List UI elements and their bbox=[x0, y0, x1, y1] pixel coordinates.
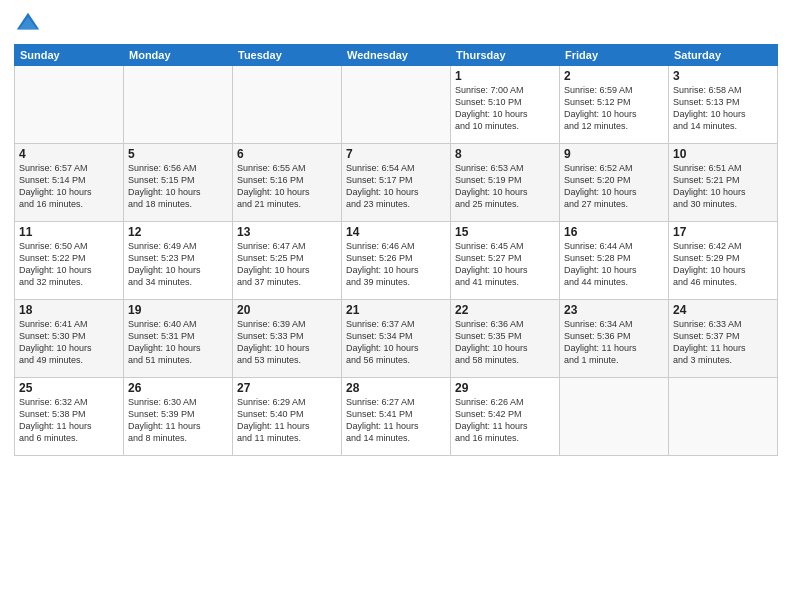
calendar-cell: 3Sunrise: 6:58 AMSunset: 5:13 PMDaylight… bbox=[669, 66, 778, 144]
calendar-cell: 5Sunrise: 6:56 AMSunset: 5:15 PMDaylight… bbox=[124, 144, 233, 222]
day-info: Sunrise: 6:27 AMSunset: 5:41 PMDaylight:… bbox=[346, 396, 446, 445]
calendar-cell: 11Sunrise: 6:50 AMSunset: 5:22 PMDayligh… bbox=[15, 222, 124, 300]
day-number: 10 bbox=[673, 147, 773, 161]
day-header-tuesday: Tuesday bbox=[233, 45, 342, 66]
calendar-cell: 2Sunrise: 6:59 AMSunset: 5:12 PMDaylight… bbox=[560, 66, 669, 144]
calendar-cell: 26Sunrise: 6:30 AMSunset: 5:39 PMDayligh… bbox=[124, 378, 233, 456]
day-number: 18 bbox=[19, 303, 119, 317]
day-info: Sunrise: 6:59 AMSunset: 5:12 PMDaylight:… bbox=[564, 84, 664, 133]
day-number: 11 bbox=[19, 225, 119, 239]
calendar-cell: 7Sunrise: 6:54 AMSunset: 5:17 PMDaylight… bbox=[342, 144, 451, 222]
day-info: Sunrise: 6:41 AMSunset: 5:30 PMDaylight:… bbox=[19, 318, 119, 367]
calendar-cell: 16Sunrise: 6:44 AMSunset: 5:28 PMDayligh… bbox=[560, 222, 669, 300]
calendar-cell: 21Sunrise: 6:37 AMSunset: 5:34 PMDayligh… bbox=[342, 300, 451, 378]
day-header-saturday: Saturday bbox=[669, 45, 778, 66]
day-number: 16 bbox=[564, 225, 664, 239]
calendar-cell: 14Sunrise: 6:46 AMSunset: 5:26 PMDayligh… bbox=[342, 222, 451, 300]
day-number: 3 bbox=[673, 69, 773, 83]
calendar-cell: 19Sunrise: 6:40 AMSunset: 5:31 PMDayligh… bbox=[124, 300, 233, 378]
day-number: 12 bbox=[128, 225, 228, 239]
day-info: Sunrise: 6:42 AMSunset: 5:29 PMDaylight:… bbox=[673, 240, 773, 289]
calendar-cell: 1Sunrise: 7:00 AMSunset: 5:10 PMDaylight… bbox=[451, 66, 560, 144]
day-info: Sunrise: 6:44 AMSunset: 5:28 PMDaylight:… bbox=[564, 240, 664, 289]
day-info: Sunrise: 6:56 AMSunset: 5:15 PMDaylight:… bbox=[128, 162, 228, 211]
day-info: Sunrise: 6:39 AMSunset: 5:33 PMDaylight:… bbox=[237, 318, 337, 367]
day-info: Sunrise: 6:36 AMSunset: 5:35 PMDaylight:… bbox=[455, 318, 555, 367]
day-number: 9 bbox=[564, 147, 664, 161]
calendar-cell: 9Sunrise: 6:52 AMSunset: 5:20 PMDaylight… bbox=[560, 144, 669, 222]
day-info: Sunrise: 6:50 AMSunset: 5:22 PMDaylight:… bbox=[19, 240, 119, 289]
calendar-cell: 29Sunrise: 6:26 AMSunset: 5:42 PMDayligh… bbox=[451, 378, 560, 456]
header bbox=[14, 10, 778, 38]
calendar-cell: 18Sunrise: 6:41 AMSunset: 5:30 PMDayligh… bbox=[15, 300, 124, 378]
day-number: 22 bbox=[455, 303, 555, 317]
calendar-week-2: 4Sunrise: 6:57 AMSunset: 5:14 PMDaylight… bbox=[15, 144, 778, 222]
day-number: 26 bbox=[128, 381, 228, 395]
calendar-cell: 27Sunrise: 6:29 AMSunset: 5:40 PMDayligh… bbox=[233, 378, 342, 456]
calendar-cell: 23Sunrise: 6:34 AMSunset: 5:36 PMDayligh… bbox=[560, 300, 669, 378]
logo bbox=[14, 10, 46, 38]
calendar-cell: 8Sunrise: 6:53 AMSunset: 5:19 PMDaylight… bbox=[451, 144, 560, 222]
calendar-cell: 20Sunrise: 6:39 AMSunset: 5:33 PMDayligh… bbox=[233, 300, 342, 378]
calendar-cell bbox=[560, 378, 669, 456]
calendar-week-5: 25Sunrise: 6:32 AMSunset: 5:38 PMDayligh… bbox=[15, 378, 778, 456]
day-info: Sunrise: 7:00 AMSunset: 5:10 PMDaylight:… bbox=[455, 84, 555, 133]
logo-icon bbox=[14, 10, 42, 38]
day-number: 20 bbox=[237, 303, 337, 317]
day-number: 6 bbox=[237, 147, 337, 161]
calendar-cell: 17Sunrise: 6:42 AMSunset: 5:29 PMDayligh… bbox=[669, 222, 778, 300]
calendar-cell: 28Sunrise: 6:27 AMSunset: 5:41 PMDayligh… bbox=[342, 378, 451, 456]
calendar-week-3: 11Sunrise: 6:50 AMSunset: 5:22 PMDayligh… bbox=[15, 222, 778, 300]
day-number: 1 bbox=[455, 69, 555, 83]
day-number: 25 bbox=[19, 381, 119, 395]
calendar-cell bbox=[15, 66, 124, 144]
day-number: 2 bbox=[564, 69, 664, 83]
day-info: Sunrise: 6:49 AMSunset: 5:23 PMDaylight:… bbox=[128, 240, 228, 289]
day-info: Sunrise: 6:53 AMSunset: 5:19 PMDaylight:… bbox=[455, 162, 555, 211]
day-info: Sunrise: 6:54 AMSunset: 5:17 PMDaylight:… bbox=[346, 162, 446, 211]
day-number: 21 bbox=[346, 303, 446, 317]
calendar-week-4: 18Sunrise: 6:41 AMSunset: 5:30 PMDayligh… bbox=[15, 300, 778, 378]
day-info: Sunrise: 6:29 AMSunset: 5:40 PMDaylight:… bbox=[237, 396, 337, 445]
calendar-cell: 22Sunrise: 6:36 AMSunset: 5:35 PMDayligh… bbox=[451, 300, 560, 378]
page-container: SundayMondayTuesdayWednesdayThursdayFrid… bbox=[0, 0, 792, 462]
day-info: Sunrise: 6:52 AMSunset: 5:20 PMDaylight:… bbox=[564, 162, 664, 211]
day-info: Sunrise: 6:33 AMSunset: 5:37 PMDaylight:… bbox=[673, 318, 773, 367]
day-number: 28 bbox=[346, 381, 446, 395]
day-info: Sunrise: 6:30 AMSunset: 5:39 PMDaylight:… bbox=[128, 396, 228, 445]
day-info: Sunrise: 6:26 AMSunset: 5:42 PMDaylight:… bbox=[455, 396, 555, 445]
day-header-friday: Friday bbox=[560, 45, 669, 66]
calendar-cell bbox=[124, 66, 233, 144]
day-number: 13 bbox=[237, 225, 337, 239]
calendar-cell bbox=[342, 66, 451, 144]
day-number: 8 bbox=[455, 147, 555, 161]
day-info: Sunrise: 6:57 AMSunset: 5:14 PMDaylight:… bbox=[19, 162, 119, 211]
day-number: 23 bbox=[564, 303, 664, 317]
calendar-cell bbox=[233, 66, 342, 144]
day-number: 17 bbox=[673, 225, 773, 239]
day-header-thursday: Thursday bbox=[451, 45, 560, 66]
day-header-wednesday: Wednesday bbox=[342, 45, 451, 66]
calendar-table: SundayMondayTuesdayWednesdayThursdayFrid… bbox=[14, 44, 778, 456]
calendar-header-row: SundayMondayTuesdayWednesdayThursdayFrid… bbox=[15, 45, 778, 66]
calendar-cell: 6Sunrise: 6:55 AMSunset: 5:16 PMDaylight… bbox=[233, 144, 342, 222]
day-header-sunday: Sunday bbox=[15, 45, 124, 66]
calendar-cell: 10Sunrise: 6:51 AMSunset: 5:21 PMDayligh… bbox=[669, 144, 778, 222]
day-info: Sunrise: 6:34 AMSunset: 5:36 PMDaylight:… bbox=[564, 318, 664, 367]
calendar-cell: 12Sunrise: 6:49 AMSunset: 5:23 PMDayligh… bbox=[124, 222, 233, 300]
calendar-week-1: 1Sunrise: 7:00 AMSunset: 5:10 PMDaylight… bbox=[15, 66, 778, 144]
day-number: 14 bbox=[346, 225, 446, 239]
day-info: Sunrise: 6:51 AMSunset: 5:21 PMDaylight:… bbox=[673, 162, 773, 211]
day-header-monday: Monday bbox=[124, 45, 233, 66]
day-number: 4 bbox=[19, 147, 119, 161]
day-info: Sunrise: 6:45 AMSunset: 5:27 PMDaylight:… bbox=[455, 240, 555, 289]
calendar-cell: 4Sunrise: 6:57 AMSunset: 5:14 PMDaylight… bbox=[15, 144, 124, 222]
day-info: Sunrise: 6:46 AMSunset: 5:26 PMDaylight:… bbox=[346, 240, 446, 289]
calendar-cell: 25Sunrise: 6:32 AMSunset: 5:38 PMDayligh… bbox=[15, 378, 124, 456]
day-number: 27 bbox=[237, 381, 337, 395]
calendar-cell bbox=[669, 378, 778, 456]
day-number: 15 bbox=[455, 225, 555, 239]
day-info: Sunrise: 6:40 AMSunset: 5:31 PMDaylight:… bbox=[128, 318, 228, 367]
day-number: 5 bbox=[128, 147, 228, 161]
day-info: Sunrise: 6:58 AMSunset: 5:13 PMDaylight:… bbox=[673, 84, 773, 133]
